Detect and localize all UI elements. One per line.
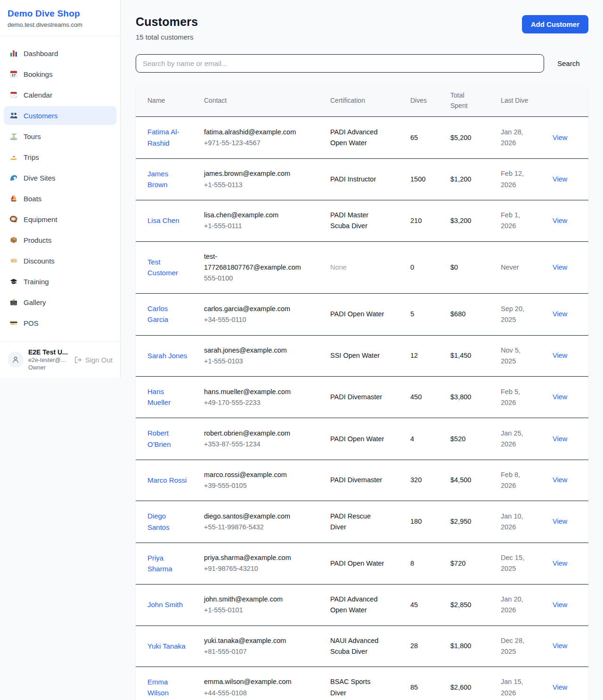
sailboat-icon — [9, 194, 18, 203]
table-row: Yuki Tanaka yuki.tanaka@example.com +81-… — [136, 626, 588, 667]
camera-flash-icon — [9, 298, 18, 306]
customer-last-dive: Jan 25, 2026 — [501, 428, 530, 450]
view-link[interactable]: View — [553, 642, 567, 650]
customer-name-link[interactable]: Test Customer — [147, 256, 189, 279]
customer-name-link[interactable]: Marco Rossi — [147, 475, 187, 486]
customer-phone: 555-0100 — [204, 273, 323, 284]
sidebar-item-label: POS — [24, 319, 39, 327]
sidebar-item-calendar[interactable]: Calendar — [4, 85, 116, 104]
sidebar-item-bookings[interactable]: 17 Bookings — [4, 65, 116, 83]
customer-phone: +971-55-123-4567 — [204, 138, 323, 148]
add-customer-button[interactable]: Add Customer — [522, 15, 588, 33]
customer-email: diego.santos@example.com — [204, 511, 307, 522]
view-link[interactable]: View — [553, 476, 567, 484]
customer-email: james.brown@example.com — [204, 168, 307, 179]
view-link[interactable]: View — [553, 175, 567, 183]
view-link[interactable]: View — [553, 217, 567, 224]
table-row: Sarah Jones sarah.jones@example.com +1-5… — [136, 335, 588, 376]
sidebar-item-dive-sites[interactable]: Dive Sites — [4, 168, 116, 187]
search-bar: Search — [136, 54, 588, 73]
customer-name-link[interactable]: Robert O'Brien — [147, 428, 189, 450]
sidebar-item-training[interactable]: Training — [4, 272, 116, 291]
sidebar-item-label: Gallery — [24, 298, 46, 306]
sign-out-icon — [74, 356, 82, 364]
table-row: Hans Mueller hans.mueller@example.com +4… — [136, 377, 588, 418]
sidebar-item-discounts[interactable]: Discounts — [4, 251, 116, 270]
sidebar-item-label: Calendar — [24, 91, 52, 99]
customer-name-link[interactable]: Diego Santos — [147, 511, 189, 533]
customer-total-spent: $680 — [450, 310, 465, 318]
search-button[interactable]: Search — [556, 57, 581, 70]
customer-certification: PADI Open Water — [330, 309, 384, 320]
table-row: Fatima Al-Rashid fatima.alrashid@example… — [136, 117, 588, 158]
sidebar-item-label: Tours — [24, 132, 41, 140]
view-link[interactable]: View — [553, 264, 567, 271]
customer-total-spent: $1,800 — [450, 642, 471, 650]
customer-last-dive: Dec 15, 2025 — [501, 552, 530, 574]
view-link[interactable]: View — [553, 393, 567, 401]
customer-dives: 8 — [410, 560, 414, 567]
customer-email: priya.sharma@example.com — [204, 552, 307, 563]
view-link[interactable]: View — [553, 352, 567, 359]
sidebar-item-gallery[interactable]: Gallery — [4, 293, 116, 312]
sidebar: Demo Dive Shop demo.test.divestreams.com… — [0, 0, 121, 378]
table-row: James Brown james.brown@example.com +1-5… — [136, 158, 588, 200]
sidebar-nav: Dashboard 17 Bookings Calendar Customers… — [0, 36, 120, 341]
sidebar-item-dashboard[interactable]: Dashboard — [4, 44, 116, 63]
view-link[interactable]: View — [553, 518, 567, 525]
customer-name-link[interactable]: Yuki Tanaka — [147, 641, 186, 651]
sidebar-item-products[interactable]: Products — [4, 231, 116, 249]
customer-email: marco.rossi@example.com — [204, 469, 307, 480]
customer-total-spent: $2,950 — [450, 518, 471, 525]
customer-dives: 450 — [410, 393, 422, 401]
customer-total-spent: $1,200 — [450, 175, 471, 183]
customer-dives: 1500 — [410, 175, 425, 183]
sign-out-button[interactable]: Sign Out — [74, 356, 113, 364]
sidebar-item-label: Customers — [24, 112, 58, 120]
sidebar-item-trips[interactable]: Trips — [4, 148, 116, 166]
customer-name-link[interactable]: John Smith — [147, 599, 183, 610]
customer-dives: 45 — [410, 601, 418, 609]
view-link[interactable]: View — [553, 310, 567, 318]
table-row: Diego Santos diego.santos@example.com +5… — [136, 501, 588, 543]
customer-email: hans.mueller@example.com — [204, 387, 307, 397]
column-header-certification: Certification — [330, 85, 410, 117]
customer-name-link[interactable]: Priya Sharma — [147, 552, 189, 575]
customer-name-link[interactable]: Fatima Al-Rashid — [147, 126, 189, 148]
customer-name-link[interactable]: Emma Wilson — [147, 676, 189, 699]
customer-dives: 12 — [410, 352, 418, 359]
customer-phone: +81-555-0107 — [204, 646, 323, 657]
customer-name-link[interactable]: Lisa Chen — [147, 215, 179, 226]
customer-email: lisa.chen@example.com — [204, 210, 307, 221]
customer-name-link[interactable]: Carlos Garcia — [147, 303, 189, 325]
customer-total-spent: $2,850 — [450, 601, 471, 609]
user-email: e2e-tester@... — [28, 357, 69, 363]
view-link[interactable]: View — [553, 601, 567, 609]
table-row: Priya Sharma priya.sharma@example.com +9… — [136, 543, 588, 584]
credit-card-icon — [9, 319, 18, 327]
view-link[interactable]: View — [553, 435, 567, 443]
column-header-total-spent: Total Spent — [450, 85, 501, 117]
customer-total-spent: $3,800 — [450, 393, 471, 401]
customer-name-link[interactable]: James Brown — [147, 168, 189, 190]
sidebar-item-customers[interactable]: Customers — [4, 106, 116, 125]
view-link[interactable]: View — [553, 684, 567, 691]
customer-name-link[interactable]: Hans Mueller — [147, 386, 189, 408]
customer-email: robert.obrien@example.com — [204, 428, 307, 439]
user-section: E2E Test U... e2e-tester@... Owner Sign … — [0, 341, 120, 378]
customer-phone: +44-555-0108 — [204, 688, 323, 699]
sidebar-item-equipment[interactable]: Equipment — [4, 210, 116, 229]
sidebar-item-pos[interactable]: POS — [4, 313, 116, 332]
customer-total-spent: $0 — [450, 264, 458, 271]
customer-dives: 5 — [410, 310, 414, 318]
sidebar-item-tours[interactable]: Tours — [4, 127, 116, 146]
sidebar-item-boats[interactable]: Boats — [4, 189, 116, 208]
shop-name: Demo Dive Shop — [8, 8, 113, 19]
customer-name-link[interactable]: Sarah Jones — [147, 350, 187, 361]
customer-total-spent: $1,450 — [450, 352, 471, 359]
view-link[interactable]: View — [553, 560, 567, 567]
view-link[interactable]: View — [553, 134, 567, 141]
search-input[interactable] — [136, 54, 544, 73]
customer-last-dive: Jan 20, 2026 — [501, 594, 530, 616]
tear-off-calendar-icon — [9, 91, 18, 99]
